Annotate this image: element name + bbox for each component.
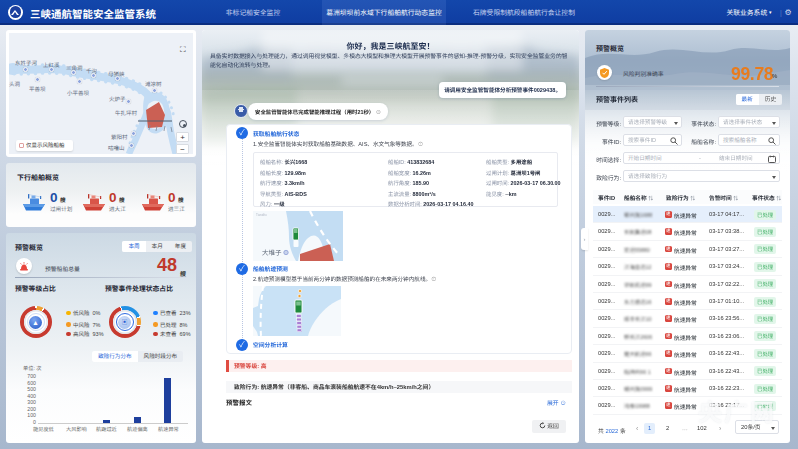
svg-text:大堆子: 大堆子 (262, 249, 282, 256)
svg-text:Tianditu: Tianditu (256, 213, 267, 217)
